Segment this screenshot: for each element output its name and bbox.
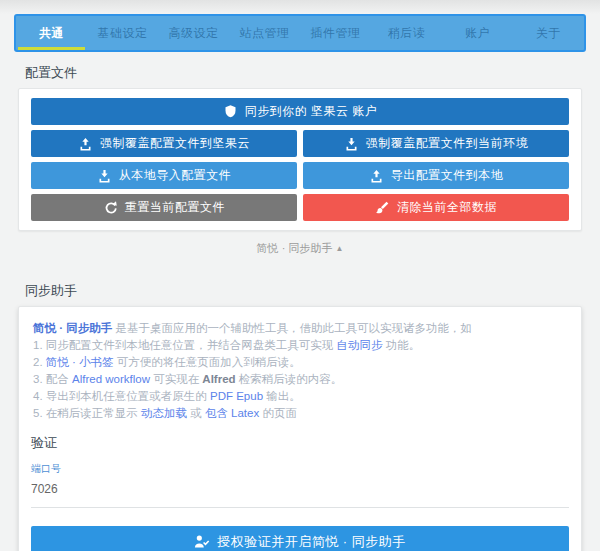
reset-current-button[interactable]: 重置当前配置文件 — [31, 194, 297, 221]
import-local-label: 从本地导入配置文件 — [119, 167, 232, 184]
shield-icon — [223, 104, 238, 119]
profile-card: 同步到你的 坚果云 账户 强制覆盖配置文件到坚果云 强制覆盖配置文件到当前环境 — [18, 88, 582, 231]
tab-basic-settings[interactable]: 基础设定 — [87, 16, 158, 50]
clear-all-label: 清除当前全部数据 — [397, 199, 497, 216]
force-overwrite-nutstore-label: 强制覆盖配置文件到坚果云 — [100, 135, 250, 152]
tab-bar: 共通 基础设定 高级设定 站点管理 插件管理 稍后读 账户 关于 — [14, 14, 586, 52]
tab-read-later[interactable]: 稍后读 — [371, 16, 442, 50]
tab-common[interactable]: 共通 — [16, 16, 87, 50]
bookmarklet-link[interactable]: 简悦 · 小书签 — [46, 356, 114, 368]
tab-about[interactable]: 关于 — [513, 16, 584, 50]
upload-tray-icon — [78, 136, 93, 151]
export-local-label: 导出配置文件到本地 — [391, 167, 504, 184]
helper-list-item: 4. 导出到本机任意位置或者原生的 PDF Epub 输出。 — [33, 388, 567, 405]
triangle-up-icon: ▲ — [335, 244, 343, 253]
port-field-label: 端口号 — [31, 462, 569, 475]
helper-list-item: 5. 在稍后读正常显示 动态加载 或 包含 Latex 的页面 — [33, 405, 567, 422]
force-overwrite-nutstore-button[interactable]: 强制覆盖配置文件到坚果云 — [31, 130, 297, 157]
user-check-icon — [194, 534, 210, 550]
helper-description: 简悦 · 同步助手 是基于桌面应用的一个辅助性工具，借助此工具可以实现诸多功能，… — [31, 317, 569, 422]
upload-tray-icon — [369, 168, 384, 183]
sync-helper-collapse-toggle[interactable]: 简悦 · 同步助手 ▲ — [0, 241, 600, 258]
sync-nutstore-label: 同步到你的 坚果云 账户 — [245, 103, 378, 120]
helper-list-item: 1. 同步配置文件到本地任意位置，并结合网盘类工具可实现 自动同步 功能。 — [33, 337, 567, 354]
sync-nutstore-button[interactable]: 同步到你的 坚果云 账户 — [31, 98, 569, 125]
tab-advanced-settings[interactable]: 高级设定 — [158, 16, 229, 50]
refresh-icon — [103, 200, 118, 215]
reset-current-label: 重置当前配置文件 — [125, 199, 225, 216]
authorize-button-label: 授权验证并开启简悦 · 同步助手 — [217, 533, 406, 551]
download-tray-icon — [344, 136, 359, 151]
helper-card: 简悦 · 同步助手 是基于桌面应用的一个辅助性工具，借助此工具可以实现诸多功能，… — [18, 306, 582, 551]
pdf-epub-link[interactable]: PDF Epub — [210, 390, 263, 402]
brush-icon — [375, 200, 390, 215]
tab-plugin-manager[interactable]: 插件管理 — [300, 16, 371, 50]
export-local-button[interactable]: 导出配置文件到本地 — [303, 162, 569, 189]
download-tray-icon — [97, 168, 112, 183]
dynamic-load-link[interactable]: 动态加载 — [141, 407, 187, 419]
clear-all-button[interactable]: 清除当前全部数据 — [303, 194, 569, 221]
port-input[interactable] — [31, 475, 569, 508]
verify-section-title: 验证 — [31, 434, 569, 450]
force-overwrite-env-label: 强制覆盖配置文件到当前环境 — [366, 135, 529, 152]
simpread-sync-helper-link[interactable]: 简悦 · 同步助手 — [33, 322, 112, 334]
tab-site-manager[interactable]: 站点管理 — [229, 16, 300, 50]
force-overwrite-env-button[interactable]: 强制覆盖配置文件到当前环境 — [303, 130, 569, 157]
tab-account[interactable]: 账户 — [442, 16, 513, 50]
simpread-settings-page: 共通 基础设定 高级设定 站点管理 插件管理 稍后读 账户 关于 配置文件 同步… — [0, 0, 600, 551]
import-export-row: 从本地导入配置文件 导出配置文件到本地 — [31, 162, 569, 189]
helper-intro-line: 简悦 · 同步助手 是基于桌面应用的一个辅助性工具，借助此工具可以实现诸多功能，… — [33, 320, 567, 337]
helper-list-item: 2. 简悦 · 小书签 可方便的将任意页面加入到稍后读。 — [33, 354, 567, 371]
reset-clear-row: 重置当前配置文件 清除当前全部数据 — [31, 194, 569, 221]
helper-list-item: 3. 配合 Alfred workflow 可实现在 Alfred 检索稍后读的… — [33, 371, 567, 388]
import-local-button[interactable]: 从本地导入配置文件 — [31, 162, 297, 189]
helper-section-title: 同步助手 — [25, 282, 575, 298]
sync-helper-toggle-label: 简悦 · 同步助手 — [257, 242, 333, 254]
latex-link[interactable]: 包含 Latex — [205, 407, 259, 419]
profile-section-title: 配置文件 — [25, 64, 575, 80]
auto-sync-link[interactable]: 自动同步 — [336, 339, 382, 351]
authorize-button[interactable]: 授权验证并开启简悦 · 同步助手 — [31, 526, 569, 551]
alfred-workflow-link[interactable]: Alfred workflow — [72, 373, 150, 385]
force-overwrite-row: 强制覆盖配置文件到坚果云 强制覆盖配置文件到当前环境 — [31, 130, 569, 157]
